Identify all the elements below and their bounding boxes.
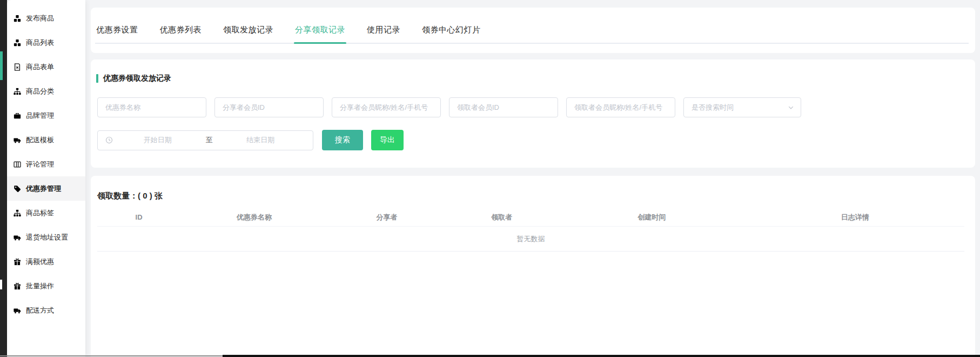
sidebar-item-label: 配送模板 bbox=[26, 135, 54, 145]
section-title-accent-bar bbox=[96, 74, 98, 83]
sidebar-item-label: 退货地址设置 bbox=[26, 233, 68, 242]
cubes-icon bbox=[14, 39, 21, 47]
truck-icon bbox=[14, 136, 21, 144]
sidebar-item-label: 商品分类 bbox=[26, 87, 54, 96]
clock-icon bbox=[105, 136, 113, 144]
filter-input-0[interactable] bbox=[97, 97, 206, 117]
sidebar-item-label: 商品列表 bbox=[26, 38, 54, 48]
sidebar-item-label: 配送方式 bbox=[26, 306, 54, 315]
sidebar-item-label: 评论管理 bbox=[26, 160, 54, 169]
sidebar-item-6[interactable]: 评论管理 bbox=[7, 152, 85, 176]
sidebar-item-label: 满额优惠 bbox=[26, 257, 54, 267]
column-header-1: 优惠券名称 bbox=[180, 213, 328, 222]
bottom-clipped-bar bbox=[223, 355, 980, 357]
sidebar-item-label: 发布商品 bbox=[26, 14, 54, 23]
section-title: 优惠券领取发放记录 bbox=[96, 74, 171, 83]
filter-actions-row: 开始日期 至 结束日期 搜索 导出 bbox=[97, 130, 404, 150]
search-button[interactable]: 搜索 bbox=[322, 130, 363, 150]
sidebar-item-3[interactable]: 商品分类 bbox=[7, 79, 85, 103]
filter-input-4[interactable] bbox=[566, 97, 675, 117]
sidebar-item-label: 优惠券管理 bbox=[26, 184, 61, 194]
tag-icon bbox=[14, 185, 21, 193]
end-date-field[interactable]: 结束日期 bbox=[216, 135, 306, 145]
columns-icon bbox=[14, 161, 21, 168]
sidebar-item-9[interactable]: 退货地址设置 bbox=[7, 225, 85, 249]
briefcase-icon bbox=[14, 112, 21, 120]
sidebar-item-10[interactable]: 满额优惠 bbox=[7, 249, 85, 274]
column-header-5: 日志详情 bbox=[746, 213, 964, 222]
collapsed-menu-rail bbox=[0, 0, 7, 357]
time-search-select-value: 是否搜索时间 bbox=[692, 103, 734, 113]
column-header-4: 创建时间 bbox=[558, 213, 746, 222]
cubes-icon bbox=[14, 15, 21, 22]
date-range-separator: 至 bbox=[203, 135, 216, 145]
rail-active-indicator bbox=[0, 51, 3, 80]
export-button[interactable]: 导出 bbox=[371, 130, 404, 150]
column-header-0: ID bbox=[97, 213, 180, 221]
truck-icon bbox=[14, 234, 21, 241]
sidebar-item-11[interactable]: 批量操作 bbox=[7, 274, 85, 298]
sidebar-item-0[interactable]: 发布商品 bbox=[7, 6, 85, 30]
filter-input-2[interactable] bbox=[332, 97, 441, 117]
chevron-down-icon bbox=[788, 104, 794, 111]
tab-1[interactable]: 优惠券列表 bbox=[159, 25, 203, 43]
sidebar-item-8[interactable]: 商品标签 bbox=[7, 201, 85, 225]
table-header-row: ID优惠券名称分享者领取者创建时间日志详情 bbox=[97, 208, 964, 227]
sidebar-item-5[interactable]: 配送模板 bbox=[7, 128, 85, 152]
tab-bar: 优惠券设置优惠券列表领取发放记录分享领取记录使用记录领券中心幻灯片 bbox=[95, 8, 969, 44]
sidebar-item-2[interactable]: 商品表单 bbox=[7, 55, 85, 79]
sidebar-item-7[interactable]: 优惠券管理 bbox=[7, 176, 85, 201]
tabs-card: 优惠券设置优惠券列表领取发放记录分享领取记录使用记录领券中心幻灯片 bbox=[91, 8, 975, 53]
start-date-field[interactable]: 开始日期 bbox=[113, 135, 203, 145]
truck-icon bbox=[14, 307, 21, 314]
sidebar-item-4[interactable]: 品牌管理 bbox=[7, 103, 85, 128]
sidebar-item-label: 商品标签 bbox=[26, 208, 54, 218]
gift-icon bbox=[14, 258, 21, 266]
date-range-picker[interactable]: 开始日期 至 结束日期 bbox=[97, 130, 313, 150]
filter-input-1[interactable] bbox=[214, 97, 324, 117]
sitemap-icon bbox=[14, 88, 21, 95]
column-header-2: 分享者 bbox=[328, 213, 446, 222]
filter-input-3[interactable] bbox=[449, 97, 558, 117]
rail-scroll-thumb[interactable] bbox=[0, 280, 2, 289]
tab-2[interactable]: 领取发放记录 bbox=[222, 25, 274, 43]
bottom-edge-line bbox=[0, 355, 223, 356]
sidebar-item-12[interactable]: 配送方式 bbox=[7, 298, 85, 322]
section-title-text: 优惠券领取发放记录 bbox=[103, 74, 171, 83]
column-header-3: 领取者 bbox=[446, 213, 558, 222]
filter-inputs-row: 是否搜索时间 bbox=[97, 97, 801, 117]
tab-4[interactable]: 使用记录 bbox=[366, 25, 401, 43]
filter-card: 优惠券领取发放记录 是否搜索时间 开始日期 至 结束日期 搜索 导出 bbox=[91, 60, 975, 168]
sidebar-item-label: 批量操作 bbox=[26, 281, 54, 291]
tab-3[interactable]: 分享领取记录 bbox=[294, 25, 346, 43]
sidebar-nav: 发布商品商品列表商品表单商品分类品牌管理配送模板评论管理优惠券管理商品标签退货地… bbox=[7, 0, 85, 357]
time-search-select[interactable]: 是否搜索时间 bbox=[683, 97, 801, 117]
tab-0[interactable]: 优惠券设置 bbox=[95, 25, 139, 43]
table-empty-state: 暂无数据 bbox=[97, 227, 964, 252]
claimed-count-label: 领取数量：( 0 ) 张 bbox=[97, 191, 163, 201]
sitemap-icon bbox=[14, 209, 21, 217]
main-content: 优惠券设置优惠券列表领取发放记录分享领取记录使用记录领券中心幻灯片 优惠券领取发… bbox=[85, 0, 980, 357]
sidebar-item-1[interactable]: 商品列表 bbox=[7, 30, 85, 55]
file-form-icon bbox=[14, 63, 21, 71]
tab-5[interactable]: 领券中心幻灯片 bbox=[421, 25, 482, 43]
gift-icon bbox=[14, 282, 21, 290]
sidebar-item-label: 商品表单 bbox=[26, 62, 54, 72]
sidebar-item-label: 品牌管理 bbox=[26, 111, 54, 121]
records-card: 领取数量：( 0 ) 张 ID优惠券名称分享者领取者创建时间日志详情 暂无数据 bbox=[91, 176, 975, 357]
